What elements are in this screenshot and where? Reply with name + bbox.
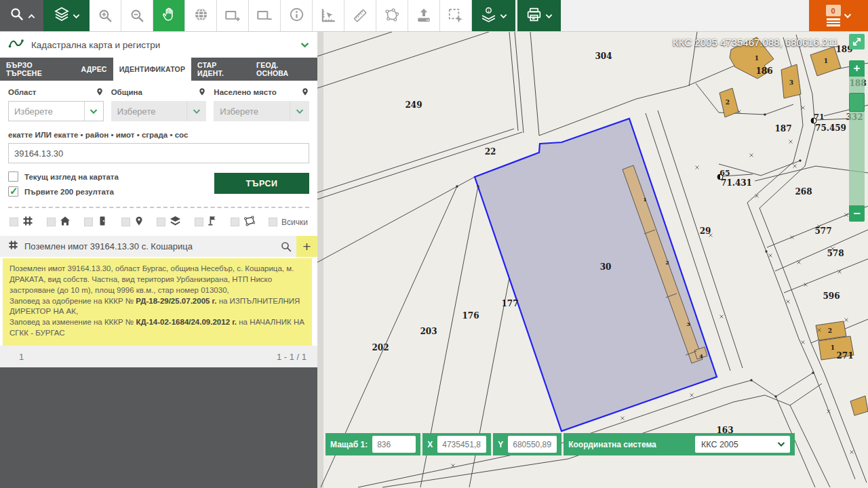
tab-old-identifier[interactable]: СТАР ИДЕНТ. [191,58,250,81]
location-pin-icon [96,87,104,98]
y-coordinate-input[interactable] [508,436,557,453]
search-icon [9,6,25,25]
measure-coordinates-button[interactable] [313,0,344,31]
y-label: Y [498,440,503,449]
door-icon [97,216,108,229]
sidebar-filler [0,367,317,488]
search-panel-toggle-button[interactable] [0,0,43,31]
svg-text:176: 176 [462,311,479,321]
scale-section: Мащаб 1: [326,433,420,455]
search-button[interactable]: ТЪРСИ [214,173,309,194]
y-coordinate-section: Y [493,433,561,455]
svg-text:577: 577 [814,226,831,236]
region-label: Област [8,88,37,96]
result-type-filters: Всички [0,208,317,229]
polygon-icon [243,216,255,229]
tab-address[interactable]: АДРЕС [75,58,113,81]
layer-info-button[interactable] [472,0,515,31]
chevron-down-icon [73,9,80,22]
svg-text:2: 2 [726,99,730,106]
measure-area-button[interactable] [376,0,408,31]
svg-text:186: 186 [755,66,772,76]
layer-info-icon [480,6,497,26]
filter-all[interactable]: Всички [269,218,308,227]
chevron-down-icon [186,102,205,121]
result-row[interactable]: Поземлен имот 39164.13.30 с. Кошарица + [0,236,317,257]
zoom-out-button[interactable] [121,0,153,31]
identifier-input[interactable] [8,143,309,163]
svg-text:71.431: 71.431 [721,178,752,188]
crs-select[interactable]: ККС 2005 [695,436,790,453]
zoom-to-result-button[interactable] [276,236,296,257]
zoom-slider-handle[interactable] [849,93,865,112]
checkbox-icon [195,218,203,226]
export-upload-button[interactable] [408,0,440,31]
chevron-down-icon [500,9,507,22]
measure-distance-button[interactable] [344,0,376,31]
svg-text:2: 2 [665,259,669,266]
map-zoom-out-button[interactable]: − [849,205,865,222]
filter-parcels[interactable] [9,216,33,229]
filter-buildings[interactable] [47,216,71,229]
x-coordinate-section: X [422,433,491,455]
checkbox-icon [8,186,18,197]
location-pin-icon [198,87,206,98]
first-200-checkbox[interactable]: Първите 200 резултата [8,186,214,197]
house-icon [60,216,71,229]
checkbox-icon [121,218,130,226]
svg-text:1: 1 [831,344,835,351]
selection-count-badge: 0 [826,5,841,16]
svg-text:4: 4 [699,352,703,359]
settlement-label: Населено място [214,88,276,96]
print-button[interactable] [517,0,561,31]
hand-icon [161,6,178,26]
svg-text:596: 596 [823,291,840,301]
pan-tool-button[interactable] [153,0,185,31]
region-select[interactable]: Изберете [8,101,104,121]
select-features-button[interactable] [440,0,472,31]
full-extent-button[interactable] [185,0,217,31]
zoom-in-button[interactable] [90,0,121,31]
settlement-select[interactable]: Изберете [214,101,309,121]
identify-button[interactable] [281,0,313,31]
cadastre-app: 0 Кадастрална карта и регистри БЪРЗО ТЪР… [0,0,868,488]
page-number[interactable]: 1 [19,352,24,362]
selection-list-icon: 0 [826,5,841,26]
chevron-down-icon [844,9,852,22]
map-canvas[interactable]: 3042492229301771762032022685775785962711… [317,32,868,488]
svg-text:3: 3 [789,79,793,86]
svg-text:75.459: 75.459 [815,123,846,133]
printer-icon [526,6,542,26]
chevron-down-icon [545,9,553,22]
scale-input[interactable] [372,436,416,453]
service-selector[interactable]: Кадастрална карта и регистри [0,32,317,58]
current-view-checkbox[interactable]: Текущ изглед на картата [8,171,214,182]
filter-points[interactable] [121,216,144,229]
add-result-button[interactable]: + [296,236,317,257]
x-coordinate-input[interactable] [437,436,486,453]
filter-independent-objects[interactable] [84,216,108,229]
route-icon [8,37,24,53]
zoom-box-in-button[interactable] [217,0,249,31]
svg-text:71: 71 [814,113,824,121]
filter-geodetic-points[interactable] [195,215,217,229]
scale-label: Мащаб 1: [330,440,368,449]
svg-text:2: 2 [828,327,832,334]
search-sidebar: Кадастрална карта и регистри БЪРЗО ТЪРСЕ… [0,32,317,488]
map-zoom-in-button[interactable]: + [849,60,865,77]
filter-layers[interactable] [157,216,181,229]
zoom-box-out-button[interactable] [249,0,281,31]
layer-picker-button[interactable] [43,0,90,31]
fullscreen-button[interactable] [849,34,865,49]
tab-geodetic-basis[interactable]: ГЕОД. ОСНОВА [250,58,317,81]
pagination: 1 1 - 1 / 1 [0,346,317,367]
tab-identifier[interactable]: ИДЕНТИФИКАТОР [113,58,191,81]
tab-quick-search[interactable]: БЪРЗО ТЪРСЕНЕ [0,58,75,81]
filter-zones[interactable] [231,216,255,229]
selected-objects-button[interactable]: 0 [809,0,868,31]
map-viewport[interactable]: 3042492229301771762032022685775785962711… [317,32,868,488]
municipality-select[interactable]: Изберете [111,101,207,121]
chevron-down-icon [290,102,309,121]
crs-label: Координатна система [568,440,656,449]
crs-section: Координатна система ККС 2005 [564,433,795,455]
